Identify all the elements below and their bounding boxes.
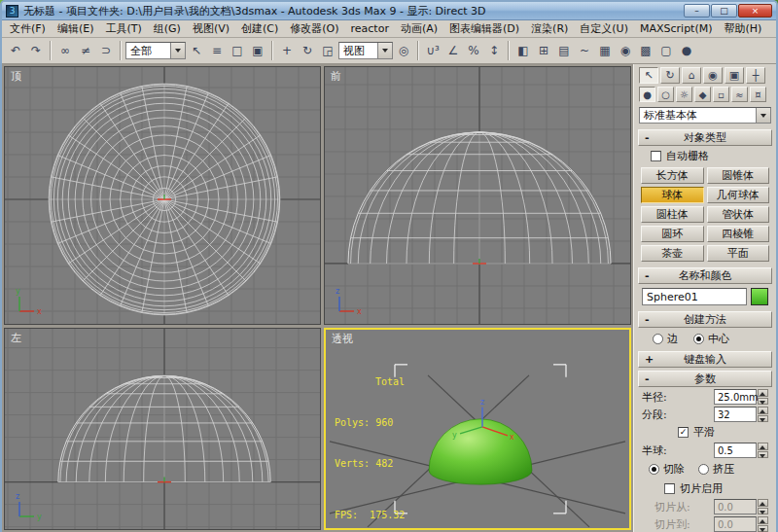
chevron-down-icon[interactable] [377, 43, 392, 58]
radius-value[interactable]: 25.0mm [714, 389, 757, 405]
button-geosphere[interactable]: 几何球体 [707, 187, 770, 203]
button-cone[interactable]: 圆锥体 [707, 167, 770, 184]
layer-manager-icon[interactable]: ▤ [554, 41, 574, 61]
minimize-button[interactable]: – [684, 4, 710, 18]
mirror-icon[interactable]: ◧ [513, 41, 533, 61]
bind-spacewarp-icon[interactable]: ⊃ [96, 41, 116, 61]
spinner-up-icon[interactable] [758, 389, 768, 397]
select-by-name-icon[interactable]: ≡ [207, 41, 227, 61]
rotate-icon[interactable]: ↻ [298, 41, 317, 61]
title-bar[interactable]: 3 无标题 - 项目文件夹: D:\用户目录\我的文档\3dsmax - Aut… [2, 2, 776, 20]
center-radio[interactable] [693, 334, 704, 344]
spinner-down-icon[interactable] [758, 451, 768, 459]
rect-region-icon[interactable]: □ [228, 41, 247, 61]
radius-spinner[interactable]: 25.0mm [714, 389, 768, 405]
menu-item[interactable]: 编辑(E) [52, 20, 100, 37]
spinner-down-icon[interactable] [758, 398, 768, 406]
chop-radio[interactable] [649, 464, 659, 475]
rollout-keyboard-entry[interactable]: + 键盘输入 [638, 351, 772, 368]
object-name-input[interactable]: Sphere01 [642, 288, 747, 305]
spinner-up-icon[interactable] [758, 443, 768, 450]
align-icon[interactable]: ⊞ [534, 41, 553, 61]
curve-editor-icon[interactable]: ~ [575, 41, 594, 61]
slice-on-checkbox[interactable] [664, 483, 675, 494]
menu-item[interactable]: 创建(C) [235, 20, 284, 37]
spinner-snap-icon[interactable]: ↕ [484, 41, 504, 61]
render-type-icon[interactable]: ▢ [656, 41, 676, 61]
button-box[interactable]: 长方体 [641, 167, 704, 184]
category-shapes-icon[interactable]: ○ [657, 87, 674, 102]
category-spacewarps-icon[interactable]: ≈ [731, 87, 748, 102]
menu-item[interactable]: reactor [345, 21, 395, 36]
window-crossing-icon[interactable]: ▣ [248, 41, 267, 61]
tab-motion-icon[interactable]: ◉ [703, 67, 723, 84]
render-setup-icon[interactable]: ▩ [636, 41, 655, 61]
object-color-swatch[interactable] [751, 288, 768, 305]
menu-item[interactable]: 视图(V) [187, 20, 235, 37]
menu-item[interactable]: 自定义(U) [574, 20, 634, 37]
viewport-front-label[interactable]: 前 [331, 69, 341, 84]
tab-modify-icon[interactable]: ↻ [660, 67, 680, 84]
percent-snap-icon[interactable]: % [464, 41, 483, 61]
menu-item[interactable]: 工具(T) [99, 20, 147, 37]
viewport-left-label[interactable]: 左 [11, 331, 21, 345]
viewport-perspective[interactable]: xyz 透视 Total Polys: 960 Verts: 482 FPS: … [324, 328, 631, 530]
button-sphere[interactable]: 球体 [641, 187, 704, 203]
category-geometry-icon[interactable]: ● [639, 87, 655, 102]
segments-spinner[interactable]: 32 [714, 407, 768, 422]
move-icon[interactable]: + [277, 41, 297, 61]
menu-item[interactable]: 修改器(O) [284, 20, 344, 37]
schematic-view-icon[interactable]: ▦ [595, 41, 615, 61]
category-cameras-icon[interactable]: ◆ [694, 87, 711, 102]
button-teapot[interactable]: 茶壶 [641, 245, 704, 262]
snap-toggle-icon[interactable]: ∪³ [423, 41, 442, 61]
close-button[interactable]: × [738, 4, 772, 18]
subcategory-dropdown[interactable]: 标准基本体 [639, 107, 771, 124]
redo-icon[interactable]: ↷ [26, 41, 46, 61]
reference-coordinate-dropdown[interactable]: 视图 [338, 42, 393, 59]
category-lights-icon[interactable]: ☼ [676, 87, 692, 102]
hemisphere-value[interactable]: 0.5 [714, 443, 757, 458]
autogrid-checkbox[interactable] [651, 151, 661, 161]
tab-utilities-icon[interactable]: ┼ [746, 67, 765, 84]
maximize-button[interactable]: □ [711, 4, 737, 18]
menu-item[interactable]: MAXScript(M) [634, 21, 719, 36]
scale-icon[interactable]: ◲ [318, 41, 337, 61]
viewport-left[interactable]: yz 左 [4, 328, 321, 530]
rollout-object-type[interactable]: - 对象类型 [638, 129, 772, 146]
select-object-icon[interactable]: ↖ [187, 41, 206, 61]
button-torus[interactable]: 圆环 [641, 226, 704, 242]
selection-filter-dropdown[interactable]: 全部 [125, 42, 186, 59]
category-systems-icon[interactable]: ¤ [750, 87, 766, 102]
tab-hierarchy-icon[interactable]: ⌂ [682, 67, 701, 84]
smooth-checkbox[interactable]: ✓ [678, 427, 689, 438]
rollout-name-color[interactable]: - 名称和颜色 [638, 267, 772, 284]
use-center-icon[interactable]: ◎ [394, 41, 413, 61]
unlink-icon[interactable]: ≠ [76, 41, 95, 61]
category-helpers-icon[interactable]: ▫ [713, 87, 729, 102]
viewport-top[interactable]: xy 顶 [4, 66, 321, 325]
menu-item[interactable]: 动画(A) [395, 20, 443, 37]
button-plane[interactable]: 平面 [707, 245, 770, 262]
chevron-down-icon[interactable] [756, 108, 770, 123]
viewport-perspective-label[interactable]: 透视 [332, 332, 353, 346]
quick-render-icon[interactable]: ● [677, 41, 696, 61]
menu-item[interactable]: 渲染(R) [525, 20, 574, 37]
button-pyramid[interactable]: 四棱锥 [707, 226, 770, 242]
menu-item[interactable]: 图表编辑器(D) [443, 20, 525, 37]
menu-item[interactable]: 组(G) [148, 20, 187, 37]
menu-item[interactable]: 帮助(H) [719, 20, 768, 37]
rollout-creation-method[interactable]: - 创建方法 [638, 311, 772, 328]
angle-snap-icon[interactable]: ∠ [443, 41, 463, 61]
rollout-parameters[interactable]: - 参数 [638, 371, 772, 387]
button-tube[interactable]: 管状体 [707, 206, 770, 223]
tab-create-icon[interactable]: ↖ [639, 67, 658, 84]
material-editor-icon[interactable]: ◉ [616, 41, 635, 61]
spinner-down-icon[interactable] [758, 415, 768, 423]
button-cylinder[interactable]: 圆柱体 [641, 206, 704, 223]
tab-display-icon[interactable]: ▣ [725, 67, 744, 84]
squash-radio[interactable] [698, 464, 709, 475]
viewport-top-label[interactable]: 顶 [11, 69, 21, 84]
edge-radio[interactable] [653, 334, 663, 344]
segments-value[interactable]: 32 [714, 407, 757, 422]
